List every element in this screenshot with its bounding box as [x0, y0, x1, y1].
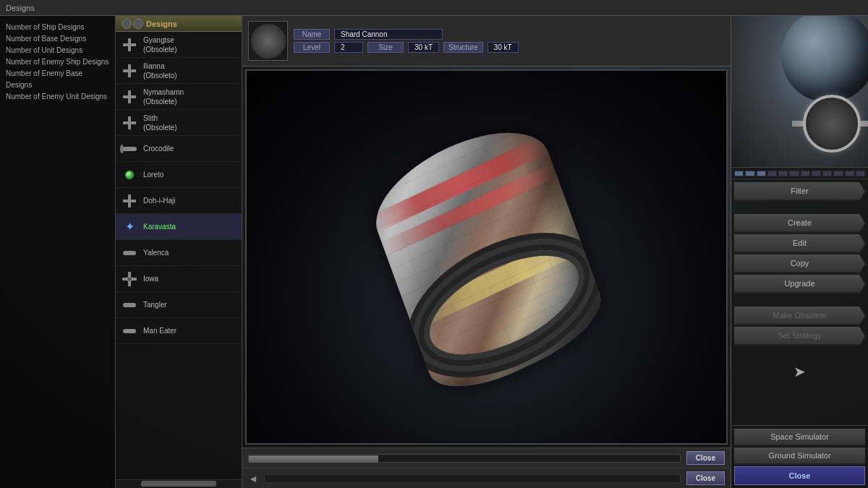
ship-icon-wrapper: [122, 89, 137, 105]
scroll-arrow-icon: ◄: [248, 473, 258, 484]
header-icon-1: [122, 19, 132, 29]
list-scroll-thumb: [141, 481, 216, 487]
list-header-icons: [122, 19, 143, 29]
item-name: Yalenca: [143, 248, 169, 257]
list-item[interactable]: Crocodile: [116, 136, 242, 162]
list-item[interactable]: Yalenca: [116, 240, 242, 266]
ship-thumbnail: [248, 21, 288, 61]
list-item[interactable]: Ilianna(Obsoleto): [116, 58, 242, 84]
ship-icon-wrapper: [122, 323, 137, 339]
progress-seg: [767, 171, 777, 176]
level-label: Level: [294, 42, 330, 53]
close-panel-button[interactable]: Close: [686, 471, 725, 485]
item-name: Crocodile: [143, 144, 174, 153]
left-stats-panel: Number of Ship Designs Number of Base De…: [0, 16, 116, 488]
item-name: Karavasta: [143, 222, 176, 231]
list-scrollbar[interactable]: [116, 479, 242, 488]
stat-enemy-ship: Number of Enemy Ship Designs: [6, 56, 109, 68]
list-item[interactable]: Loreto: [116, 162, 242, 188]
list-panel: Designs Gyangtse(Obsolete) Ilianna(Obsol…: [116, 16, 242, 488]
progress-seg: [789, 171, 799, 176]
progress-seg: [833, 171, 843, 176]
close-right-button[interactable]: Close: [734, 466, 865, 485]
progress-seg: [845, 171, 854, 176]
ship-icon-wrapper: [122, 167, 137, 183]
list-items: Gyangtse(Obsolete) Ilianna(Obsoleto) Nym…: [116, 32, 242, 479]
structure-label: Structure: [443, 42, 483, 53]
top-bar: Designs: [0, 0, 868, 16]
cursor-icon: ➤: [793, 363, 806, 380]
item-name: Man Eater: [143, 326, 176, 335]
item-name: Stith(Obsolete): [143, 114, 177, 132]
list-item[interactable]: Nymashamn(Obsolete): [116, 84, 242, 110]
progress-seg: [801, 171, 810, 176]
blue-star-icon: ✦: [125, 220, 135, 234]
ship-icon-wrapper: [122, 115, 137, 131]
stat-ship-designs: Number of Ship Designs: [6, 22, 109, 33]
ship-icon-wrapper: [122, 37, 137, 53]
cursor-area: ➤: [734, 359, 865, 385]
station-circle: [803, 95, 861, 153]
space-simulator-button[interactable]: Space Simulator: [734, 429, 865, 446]
progress-seg: [856, 171, 865, 176]
stats-text: Number of Ship Designs Number of Base De…: [6, 22, 109, 103]
progress-seg: [734, 171, 744, 176]
progress-seg: [757, 171, 766, 176]
right-panel: Filter Create Edit Copy Upgrade Make Obs…: [731, 16, 868, 488]
info-fields: Name Shard Cannon Level 2 Size 30 kT Str…: [294, 29, 725, 53]
ship-icon-wrapper: [122, 193, 137, 209]
ship-cross-icon: [123, 64, 136, 77]
ship-cross-icon: [123, 116, 136, 129]
second-scrollbar-track[interactable]: [264, 474, 681, 483]
stat-base-designs: Number of Base Designs: [6, 33, 109, 45]
close-viewport-button[interactable]: Close: [686, 451, 725, 465]
progress-seg: [778, 171, 788, 176]
list-header-title: Designs: [146, 20, 177, 28]
size-label: Size: [367, 42, 404, 53]
edit-button[interactable]: Edit: [734, 234, 865, 253]
set-strategy-button[interactable]: Set Strategy: [734, 327, 865, 346]
header-icon-2: [133, 19, 143, 29]
level-value: 2: [334, 42, 363, 53]
scrollbar-track[interactable]: [248, 454, 681, 463]
spacer: [734, 347, 865, 357]
list-header: Designs: [116, 16, 242, 32]
list-item[interactable]: Iowa: [116, 266, 242, 292]
item-name: Nymashamn(Obsolete): [143, 87, 184, 106]
size-value: 30 kT: [408, 42, 439, 53]
list-item[interactable]: Stith(Obsolete): [116, 110, 242, 136]
progress-seg: [822, 171, 832, 176]
item-name: Iowa: [143, 274, 158, 283]
list-item[interactable]: Man Eater: [116, 318, 242, 344]
center-panel: Name Shard Cannon Level 2 Size 30 kT Str…: [242, 16, 731, 488]
green-dot-icon: [125, 171, 134, 179]
ship-cylinder: [362, 108, 612, 406]
create-button[interactable]: Create: [734, 214, 865, 233]
list-item-karavasta[interactable]: ✦ Karavasta: [116, 214, 242, 240]
station-image: [788, 95, 861, 153]
name-value: Shard Cannon: [334, 29, 443, 40]
ship-icon-wrapper: [122, 271, 137, 287]
planet-preview: [731, 16, 868, 168]
make-obsolete-button[interactable]: Make Obsolete: [734, 307, 865, 325]
ship-icon-wrapper: [122, 63, 137, 79]
action-buttons: Filter Create Edit Copy Upgrade Make Obs…: [731, 179, 868, 425]
copy-button[interactable]: Copy: [734, 254, 865, 273]
item-name: Doh-i-Haji: [143, 196, 175, 205]
stats-row: Level 2 Size 30 kT Structure 30 kT: [294, 42, 725, 53]
ship-cross-icon: [123, 38, 136, 51]
ship-cross-icon: [123, 194, 136, 207]
item-name: Tangler: [143, 300, 167, 309]
filter-button[interactable]: Filter: [734, 182, 865, 201]
spacer: [734, 295, 865, 305]
list-item[interactable]: Doh-i-Haji: [116, 188, 242, 214]
spacer: [734, 202, 865, 213]
list-item[interactable]: Gyangtse(Obsolete): [116, 32, 242, 58]
ground-simulator-button[interactable]: Ground Simulator: [734, 448, 865, 465]
name-label: Name: [294, 29, 330, 40]
stat-enemy-unit: Number of Enemy Unit Designs: [6, 91, 109, 103]
upgrade-button[interactable]: Upgrade: [734, 275, 865, 294]
ship-icon-wrapper: [122, 141, 137, 157]
list-item[interactable]: Tangler: [116, 292, 242, 318]
simulator-buttons: Space Simulator Ground Simulator Close: [731, 425, 868, 488]
